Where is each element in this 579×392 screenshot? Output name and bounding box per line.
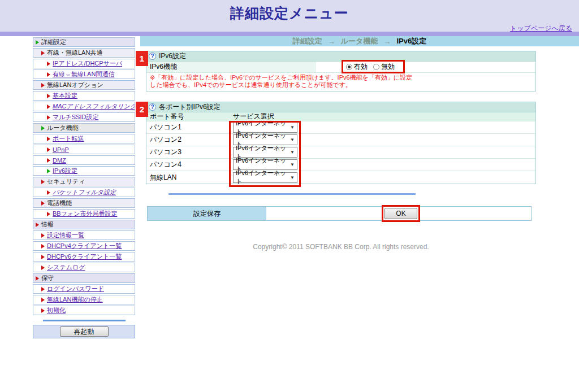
chevron-down-icon: ▼ [290, 137, 295, 142]
triangle-bullet-icon [47, 62, 50, 66]
sidebar-item-14[interactable]: パケットフィルタ設定 [33, 188, 135, 197]
sidebar-item-23[interactable]: ログインパスワード [33, 284, 135, 294]
ok-button[interactable]: OK [384, 208, 417, 219]
radio-enabled[interactable] [346, 64, 352, 70]
port-settings-table: ? 各ポート別IPv6設定 ポート番号 サービス選択 パソコン1 IPv6インタ… [146, 102, 536, 184]
sidebar-item-label: DHCPv4クライアント一覧 [47, 242, 122, 250]
port-row: 無線LAN IPv6インターネット ▼ [146, 171, 535, 184]
header-divider-band [0, 32, 579, 36]
breadcrumb: 詳細設定 → ルータ機能 → IPv6設定 [140, 36, 579, 46]
triangle-bullet-icon [47, 147, 50, 152]
save-settings-row: 設定保存 OK [147, 206, 532, 221]
sidebar-item-label: 無線LAN機能の停止 [47, 295, 103, 304]
port-table-body: パソコン1 IPv6インターネット ▼ パソコン2 IPv6インターネット ▼ … [146, 121, 535, 184]
save-button-cell: OK [266, 207, 531, 220]
radio-highlight-outline: 有効 無効 [342, 60, 405, 73]
sidebar-item-13: セキュリティ [33, 177, 135, 186]
sidebar-item-label: マルチSSID設定 [53, 113, 98, 121]
ipv6-function-value: 有効 無効 [316, 62, 535, 72]
sidebar-item-10[interactable]: UPnP [33, 145, 135, 154]
sidebar-item-label: UPnP [53, 146, 69, 153]
sidebar-item-19[interactable]: DHCPv4クライアント一覧 [33, 241, 135, 251]
sidebar-item-label: 情報 [41, 220, 54, 229]
sidebar-item-label: 有線⇔無線LAN間通信 [53, 70, 114, 79]
page-title: 詳細設定メニュー [0, 0, 579, 23]
sidebar-item-label: DMZ [53, 157, 66, 164]
sidebar-item-label: IPアドレス/DHCPサーバ [53, 59, 122, 68]
reboot-button[interactable]: 再起動 [60, 326, 109, 337]
triangle-bullet-icon [41, 265, 45, 270]
sidebar-item-16[interactable]: BBフォン市外局番設定 [33, 209, 135, 219]
chevron-down-icon: ▼ [290, 125, 295, 130]
breadcrumb-item: 詳細設定 [293, 36, 322, 46]
sidebar-item-label: 無線LANオプション [47, 81, 103, 89]
sidebar-item-label: パケットフィルタ設定 [53, 188, 116, 197]
triangle-bullet-icon [36, 223, 39, 227]
chevron-down-icon: ▼ [290, 150, 295, 155]
ipv6-radio-group: 有効 無効 [346, 62, 400, 72]
sidebar-item-label: IPv6設定 [53, 167, 77, 175]
sidebar-item-12[interactable]: IPv6設定 [33, 166, 135, 176]
sidebar-item-7[interactable]: マルチSSID設定 [33, 112, 135, 122]
chevron-down-icon: ▼ [290, 175, 295, 180]
ipv6-section-header: ? IPv6設定 [146, 51, 535, 62]
sidebar-item-label: 有線・無線LAN共通 [47, 49, 102, 57]
sidebar-item-label: 詳細設定 [41, 38, 66, 46]
ok-highlight-outline: OK [382, 205, 420, 222]
chevron-down-icon: ▼ [290, 162, 295, 167]
triangle-bullet-icon [47, 190, 50, 195]
triangle-bullet-icon [47, 94, 50, 98]
triangle-bullet-icon [47, 72, 50, 77]
sidebar-item-label: システムログ [47, 263, 85, 272]
router-admin-page: 詳細設定メニュー トップページへ戻る 詳細設定 → ルータ機能 → IPv6設定… [0, 0, 579, 392]
triangle-bullet-icon [41, 83, 45, 88]
sidebar-item-20[interactable]: DHCPv6クライアント一覧 [33, 252, 135, 262]
sidebar-item-label: 初期化 [47, 306, 66, 315]
triangle-bullet-icon [41, 308, 45, 313]
port-row: パソコン4 IPv6インターネット ▼ [146, 159, 535, 171]
radio-disabled[interactable] [373, 64, 379, 70]
sidebar-item-25[interactable]: 初期化 [33, 306, 135, 315]
step-badge-2: 2 [136, 102, 148, 117]
sidebar-item-label: ルータ機能 [47, 124, 79, 132]
sidebar-items: 詳細設定 有線・無線LAN共通 IPアドレス/DHCPサーバ 有線⇔無線LAN間… [33, 37, 135, 315]
sidebar-item-2[interactable]: IPアドレス/DHCPサーバ [33, 59, 135, 68]
sidebar-item-label: ログインパスワード [47, 285, 104, 293]
sidebar-item-4: 無線LANオプション [33, 80, 135, 90]
step-badge-1: 1 [136, 51, 148, 66]
sidebar-nav: 詳細設定 有線・無線LAN共通 IPアドレス/DHCPサーバ 有線⇔無線LAN間… [33, 37, 135, 338]
help-icon[interactable]: ? [149, 103, 156, 111]
port-row: パソコン1 IPv6インターネット ▼ [146, 121, 535, 134]
sidebar-item-3[interactable]: 有線⇔無線LAN間通信 [33, 69, 135, 79]
triangle-bullet-icon [41, 287, 45, 291]
triangle-bullet-icon [41, 180, 45, 184]
sidebar-item-15: 電話機能 [33, 198, 135, 208]
triangle-bullet-icon [41, 255, 45, 259]
triangle-bullet-icon [47, 169, 50, 173]
sidebar-item-6[interactable]: MACアドレスフィルタリング [33, 102, 135, 111]
sidebar-item-18[interactable]: 設定情報一覧 [33, 230, 135, 240]
service-select-dropdown[interactable]: IPv6インターネット ▼ [233, 172, 297, 183]
triangle-bullet-icon [41, 126, 45, 130]
ipv6-function-label: IPv6機能 [146, 62, 316, 72]
port-name: パソコン2 [146, 134, 230, 146]
sidebar-item-label: 基本設定 [53, 92, 77, 100]
triangle-bullet-icon [47, 104, 50, 109]
sidebar-divider [43, 320, 126, 321]
port-table-column-header: ポート番号 サービス選択 [146, 112, 535, 121]
sidebar-item-11[interactable]: DMZ [33, 155, 135, 165]
sidebar-item-label: ポート転送 [53, 134, 84, 143]
ipv6-settings-table: ? IPv6設定 IPv6機能 有効 無効 ※「有効」に設定した場合、IPv6で… [146, 51, 536, 92]
sidebar-item-9[interactable]: ポート転送 [33, 134, 135, 143]
sidebar-item-5[interactable]: 基本設定 [33, 91, 135, 101]
sidebar-item-24[interactable]: 無線LAN機能の停止 [33, 295, 135, 304]
port-row: パソコン3 IPv6インターネット ▼ [146, 146, 535, 159]
triangle-bullet-icon [41, 201, 45, 206]
content-divider [168, 193, 416, 195]
help-icon[interactable]: ? [149, 53, 156, 60]
port-name: 無線LAN [146, 171, 230, 184]
port-name: パソコン1 [146, 121, 230, 133]
sidebar-item-label: 保守 [41, 274, 54, 282]
sidebar-item-21[interactable]: システムログ [33, 263, 135, 272]
sidebar-item-0: 詳細設定 [33, 37, 135, 47]
